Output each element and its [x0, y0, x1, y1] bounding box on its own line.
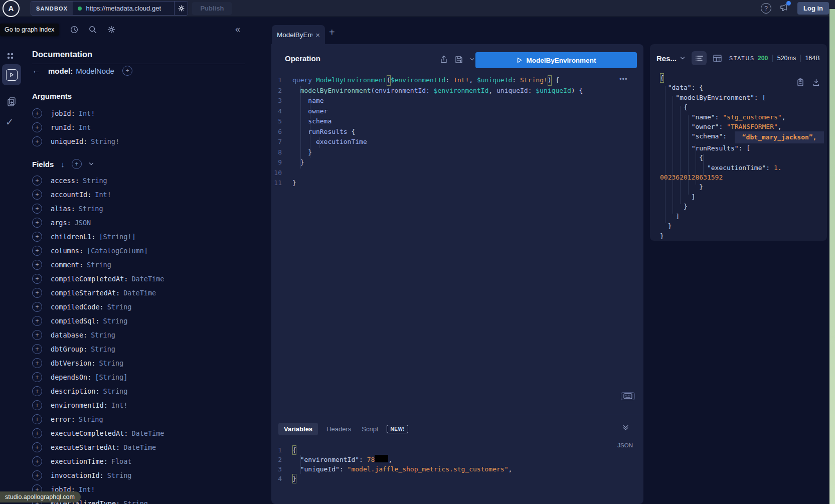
doc-field-row[interactable]: +access:String [32, 174, 164, 188]
doc-field-row[interactable]: +accountId:Int! [32, 188, 164, 202]
announcements-button[interactable] [779, 3, 789, 14]
doc-field-row[interactable]: +dbtGroup:String [32, 342, 164, 356]
field-type[interactable]: DateTime [131, 275, 164, 283]
add-model-button[interactable]: + [122, 66, 132, 76]
field-type[interactable]: DateTime [123, 289, 156, 297]
tab-script[interactable]: Script [360, 423, 380, 435]
doc-field-row[interactable]: +error:String [32, 412, 164, 426]
doc-field-row[interactable]: +invocationId:String [32, 468, 164, 482]
field-type[interactable]: Int! [79, 109, 95, 117]
add-field-icon[interactable]: + [32, 414, 42, 424]
sort-fields-icon[interactable]: ↓ [61, 160, 65, 169]
field-type[interactable]: String [99, 359, 123, 367]
share-icon[interactable] [440, 55, 448, 64]
doc-field-row[interactable]: +runId:Int [32, 120, 119, 134]
close-tab-icon[interactable]: × [315, 31, 320, 39]
field-type[interactable]: String! [91, 137, 119, 145]
search-icon[interactable] [88, 25, 97, 34]
field-type[interactable]: Float [111, 457, 132, 465]
add-field-icon[interactable]: + [32, 288, 42, 298]
add-field-icon[interactable]: + [32, 190, 42, 200]
add-field-icon[interactable]: + [32, 456, 42, 466]
add-field-icon[interactable]: + [32, 274, 42, 284]
field-type[interactable]: Int! [79, 485, 95, 493]
raw-view-button[interactable] [692, 51, 707, 65]
field-type[interactable]: String [79, 415, 103, 423]
add-field-icon[interactable]: + [32, 204, 42, 214]
add-field-icon[interactable]: + [32, 316, 42, 326]
doc-field-row[interactable]: +uniqueId:String! [32, 134, 119, 148]
doc-field-row[interactable]: +args:JSON [32, 216, 164, 230]
add-field-icon[interactable]: + [32, 176, 42, 186]
doc-field-row[interactable]: +compiledSql:String [32, 314, 164, 328]
doc-field-row[interactable]: +compileCompletedAt:DateTime [32, 272, 164, 286]
field-type[interactable]: String [91, 345, 115, 353]
editor-menu-button[interactable]: ••• [619, 75, 628, 83]
checklist-nav-item[interactable]: ✓ [6, 116, 14, 128]
doc-field-row[interactable]: +dbtVersion:String [32, 356, 164, 370]
add-field-icon[interactable]: + [32, 442, 42, 452]
login-button[interactable]: Log in [797, 2, 829, 15]
doc-field-row[interactable]: +executeCompletedAt:DateTime [32, 426, 164, 440]
field-type[interactable]: String [87, 261, 111, 269]
add-field-icon[interactable]: + [32, 358, 42, 368]
field-type[interactable]: Int [79, 123, 91, 131]
connection-settings-button[interactable] [174, 2, 188, 15]
keyboard-shortcuts-button[interactable] [621, 392, 635, 400]
add-field-icon[interactable]: + [32, 330, 42, 340]
field-type[interactable]: DateTime [131, 429, 164, 437]
save-dropdown-chevron-icon[interactable] [470, 58, 474, 61]
table-view-button[interactable] [713, 55, 722, 62]
doc-field-row[interactable]: +environmentId:Int! [32, 398, 164, 412]
tab-variables[interactable]: Variables [278, 423, 318, 435]
add-field-icon[interactable]: + [32, 400, 42, 410]
doc-field-row[interactable]: +compiledCode:String [32, 300, 164, 314]
field-type[interactable]: [CatalogColumn] [87, 247, 148, 255]
save-icon[interactable] [455, 56, 463, 64]
publish-button[interactable]: Publish [192, 2, 232, 15]
run-operation-button[interactable]: ModelByEnvironment [475, 52, 637, 68]
field-type[interactable]: [String] [95, 373, 127, 381]
add-field-icon[interactable]: + [32, 470, 42, 480]
doc-field-row[interactable]: +comment:String [32, 258, 164, 272]
help-icon[interactable]: ? [761, 3, 771, 14]
doc-field-row[interactable]: +executeStartedAt:DateTime [32, 440, 164, 454]
tab-modelbyenvironment[interactable]: ModelByEnvi... × [272, 25, 325, 44]
doc-field-row[interactable]: +executionTime:Float [32, 454, 164, 468]
doc-field-row[interactable]: +description:String [32, 384, 164, 398]
field-type[interactable]: String [107, 471, 132, 479]
back-arrow-icon[interactable]: ← [32, 66, 41, 76]
operation-editor[interactable]: 1query ModelByEnvironment($environmentId… [271, 75, 583, 189]
add-field-icon[interactable]: + [32, 108, 42, 118]
add-field-icon[interactable]: + [32, 344, 42, 354]
doc-field-row[interactable]: +jobId:Int! [32, 106, 119, 120]
response-dropdown-chevron-icon[interactable] [680, 56, 685, 60]
add-field-icon[interactable]: + [32, 246, 42, 256]
add-field-icon[interactable]: + [32, 428, 42, 438]
field-type[interactable]: [String!] [99, 233, 135, 241]
field-type[interactable]: String [103, 317, 128, 325]
add-field-icon[interactable]: + [32, 302, 42, 312]
schema-nav-item[interactable] [6, 96, 17, 107]
model-type-link[interactable]: ModelNode [76, 67, 114, 75]
field-type[interactable]: String [83, 177, 107, 185]
field-type[interactable]: String [91, 331, 115, 339]
field-type[interactable]: String [79, 205, 103, 213]
doc-field-row[interactable]: +database:String [32, 328, 164, 342]
new-tab-button[interactable]: + [329, 27, 335, 38]
explorer-nav-item[interactable] [2, 64, 21, 85]
response-viewer[interactable]: { "data": { "modelByEnvironment": [ { "n… [660, 73, 824, 241]
add-field-icon[interactable]: + [32, 232, 42, 242]
settings-gear-icon[interactable] [107, 25, 116, 34]
variables-editor[interactable]: 1{2 "environmentId": 78,3 "uniqueId": "m… [271, 445, 512, 483]
collapse-variables-icon[interactable] [622, 424, 629, 431]
add-field-icon[interactable]: + [32, 218, 42, 228]
add-field-icon[interactable]: + [32, 372, 42, 382]
graph-index-icon[interactable] [6, 52, 15, 60]
field-type[interactable]: Int! [111, 401, 128, 409]
endpoint-url-field[interactable]: https://metadata.cloud.get [73, 2, 174, 15]
apollo-logo-icon[interactable]: A [3, 0, 20, 17]
field-type[interactable]: String [103, 387, 128, 395]
add-all-fields-button[interactable]: + [72, 159, 82, 169]
doc-field-row[interactable]: +alias:String [32, 202, 164, 216]
